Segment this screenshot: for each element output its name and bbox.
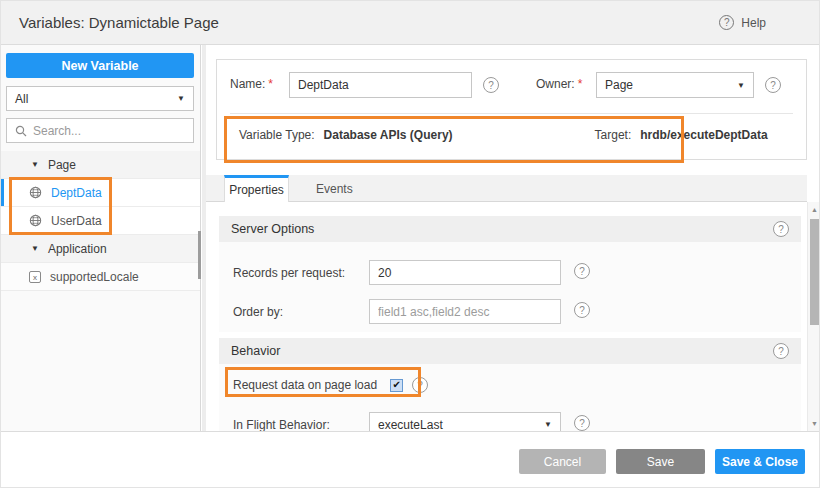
chevron-down-icon: ▼ [544,420,552,429]
tree-item-label: DeptData [51,186,102,200]
behavior-body: Request data on page load ✔ ? In Flight … [219,364,801,431]
tree-item-supportedlocale[interactable]: x supportedLocale [1,263,200,291]
name-help-icon[interactable]: ? [483,77,499,93]
properties-content: Server Options ? Records per request: ? … [206,202,807,431]
order-by-label: Order by: [233,305,283,319]
page-title: Variables: Dynamictable Page [19,14,219,31]
divider [230,113,793,114]
help-label[interactable]: Help [741,16,766,30]
locale-variable-icon: x [29,271,41,283]
records-per-request-input[interactable] [369,260,561,285]
behavior-title: Behavior [231,344,280,358]
request-on-load-help-icon[interactable]: ? [412,377,428,393]
records-per-request-label: Records per request: [233,266,345,280]
owner-field-label: Owner: * [536,77,582,91]
dialog-header: Variables: Dynamictable Page ? Help [1,1,820,45]
required-asterisk: * [578,77,583,91]
order-by-help-icon[interactable]: ? [574,302,590,318]
behavior-header: Behavior ? [219,338,801,364]
cancel-button[interactable]: Cancel [519,449,606,474]
inflight-help-icon[interactable]: ? [574,415,590,431]
name-field-label: Name: * [230,77,273,91]
search-placeholder: Search... [33,124,81,138]
tree-group-label: Application [48,242,107,256]
tree-item-label: UserData [51,214,102,228]
tree-item-userdata[interactable]: UserData [1,207,200,235]
target-label: Target: [595,128,632,142]
variable-type-row: Variable Type: Database APIs (Query) Tar… [239,128,768,142]
help-icon[interactable]: ? [719,15,734,30]
new-variable-button[interactable]: New Variable [6,53,194,78]
service-variable-icon [29,214,42,227]
tab-bar: Properties Events [206,175,807,202]
tab-properties-label: Properties [229,183,284,197]
scroll-down-icon[interactable]: ▼ [808,420,820,427]
variable-summary-panel: Name: * ? Owner: * Page ▼ ? Variable Typ… [216,59,807,160]
help-button[interactable]: ? Help [719,15,766,30]
owner-selected-value: Page [605,78,633,92]
content-scrollbar[interactable]: ▲ ▼ [807,202,820,431]
search-icon [15,125,27,137]
sidebar-scrollbar-thumb[interactable] [198,231,201,279]
variable-filter-select[interactable]: All ▼ [6,86,194,111]
variables-dialog: Variables: Dynamictable Page ? Help New … [0,0,820,488]
request-on-load-checkbox[interactable]: ✔ [390,379,403,392]
content-scrollbar-thumb[interactable] [810,219,819,325]
variable-search-box[interactable]: Search... [6,118,194,143]
required-asterisk: * [268,77,273,91]
request-on-load-row: Request data on page load ✔ ? [233,377,428,393]
variables-sidebar: New Variable All ▼ Search... ▼ Page [1,45,201,432]
tree-item-deptdata[interactable]: DeptData [1,179,200,207]
variable-type-label: Variable Type: [239,128,315,142]
server-options-help-icon[interactable]: ? [773,221,789,237]
chevron-down-icon: ▼ [737,81,745,90]
scroll-up-icon[interactable]: ▲ [808,206,820,213]
variable-filter-value: All [15,92,28,106]
tab-properties[interactable]: Properties [224,175,289,202]
behavior-help-icon[interactable]: ? [773,343,789,359]
dialog-footer: Cancel Save Save & Close [1,432,820,488]
checkmark-icon: ✔ [392,380,400,390]
expand-triangle-icon[interactable]: ▼ [31,160,39,169]
name-input[interactable] [289,72,472,98]
server-options-body: Records per request: ? Order by: ? [219,242,801,332]
records-help-icon[interactable]: ? [574,263,590,279]
service-variable-icon [29,186,42,199]
tree-group-application[interactable]: ▼ Application [1,235,200,263]
inflight-behavior-label: In Flight Behavior: [233,418,330,431]
owner-help-icon[interactable]: ? [765,77,781,93]
tab-events-label: Events [316,182,353,196]
variable-type-value: Database APIs (Query) [324,128,453,142]
order-by-input[interactable] [369,299,561,324]
tree-item-label: supportedLocale [50,270,139,284]
inflight-selected-value: executeLast [378,418,443,432]
expand-triangle-icon[interactable]: ▼ [31,244,39,253]
target-value: hrdb/executeDeptData [640,128,767,142]
behavior-section: Behavior ? Request data on page load ✔ ?… [219,338,801,431]
server-options-section: Server Options ? Records per request: ? … [219,216,801,332]
inflight-behavior-select[interactable]: executeLast ▼ [369,412,561,431]
server-options-title: Server Options [231,222,314,236]
save-and-close-button[interactable]: Save & Close [715,449,805,474]
tree-group-page[interactable]: ▼ Page [1,151,200,179]
chevron-down-icon: ▼ [177,94,185,103]
tab-events[interactable]: Events [304,175,365,202]
tree-group-label: Page [48,158,76,172]
variables-tree: ▼ Page DeptData [1,151,200,291]
server-options-header: Server Options ? [219,216,801,242]
save-button[interactable]: Save [616,449,705,474]
request-on-load-label: Request data on page load [233,378,377,392]
owner-select[interactable]: Page ▼ [596,72,754,98]
